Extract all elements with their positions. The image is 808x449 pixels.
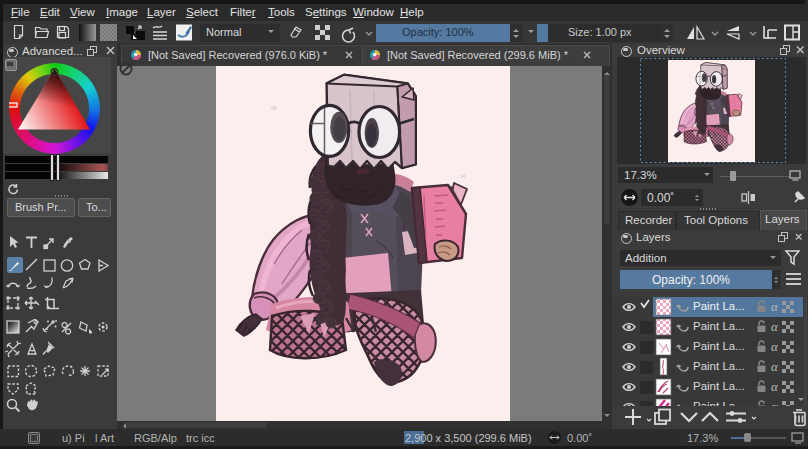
svg-text:α: α [771,379,779,394]
svg-text:α: α [771,399,779,406]
svg-text:α: α [771,339,779,354]
svg-text:α: α [771,319,779,334]
svg-text:α: α [771,359,779,374]
svg-text:α: α [771,299,779,314]
